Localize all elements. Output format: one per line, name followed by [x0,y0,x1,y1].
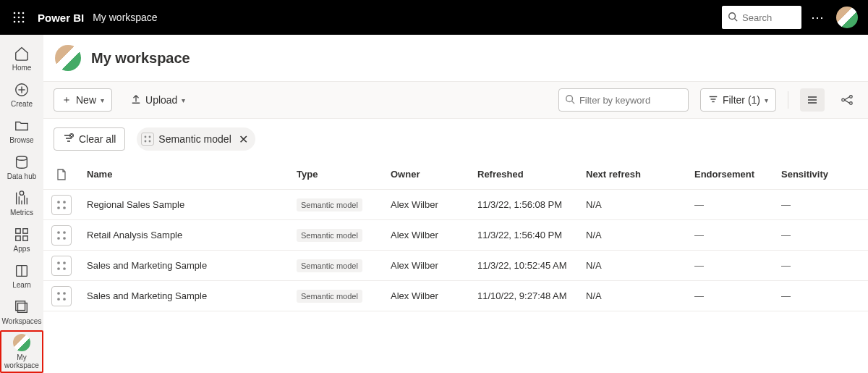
nav-create[interactable]: Create [0,77,43,113]
new-button[interactable]: ＋ New ▾ [54,88,112,112]
app-launcher-icon[interactable] [7,6,30,29]
nav-learn[interactable]: Learn [0,258,43,294]
chevron-down-icon: ▾ [765,96,768,104]
close-icon[interactable]: ✕ [239,133,248,146]
item-type: Semantic model [297,259,391,272]
item-name[interactable]: Regional Sales Sample [87,199,297,210]
column-refreshed[interactable]: Refreshed [477,169,586,180]
item-refreshed: 11/3/22, 1:56:40 PM [477,230,586,240]
row-icon-cell [43,256,87,276]
content-table: Name Type Owner Refreshed Next refresh E… [43,159,868,311]
svg-line-10 [735,18,738,21]
global-search[interactable] [722,6,801,29]
nav-browse-label: Browse [9,136,33,144]
toolbar: ＋ New ▾ Upload ▾ [43,81,868,119]
svg-point-5 [22,17,25,19]
item-next-refresh: N/A [586,230,694,240]
nav-learn-label: Learn [12,281,31,289]
svg-point-9 [729,12,736,19]
item-name[interactable]: Sales and Marketing Sample [87,290,297,301]
svg-point-6 [14,21,16,23]
svg-point-24 [566,95,573,101]
svg-point-33 [850,96,853,99]
table-row[interactable]: Retail Analysis Sample Semantic model Al… [43,220,868,251]
item-owner: Alex Wilber [391,290,477,301]
item-next-refresh: N/A [586,290,694,301]
svg-rect-19 [23,236,27,240]
nav-home[interactable]: Home [0,41,43,77]
svg-point-46 [149,141,151,143]
svg-line-36 [844,100,849,104]
svg-rect-23 [16,301,25,311]
column-type[interactable]: Type [297,169,391,180]
table-row[interactable]: Sales and Marketing Sample Semantic mode… [43,281,868,311]
column-owner[interactable]: Owner [391,169,477,180]
semantic-model-icon [51,195,72,215]
upload-label: Upload [145,94,177,106]
svg-point-3 [14,17,16,19]
svg-point-15 [20,191,24,196]
item-refreshed: 11/3/22, 10:52:45 AM [477,260,586,271]
list-view-toggle[interactable] [800,88,825,112]
svg-line-25 [572,101,575,104]
divider [788,91,788,109]
svg-point-49 [57,206,60,209]
svg-point-0 [14,12,16,14]
semantic-model-icon [51,256,72,276]
item-sensitivity: — [781,199,854,210]
svg-point-60 [63,292,66,295]
svg-point-50 [63,206,66,209]
clear-filter-icon [63,133,75,146]
item-name[interactable]: Retail Analysis Sample [87,230,297,240]
svg-point-48 [63,201,66,204]
nav-myworkspace-label: My workspace [1,353,42,369]
column-name[interactable]: Name [87,169,297,180]
search-icon [728,12,738,24]
keyword-filter-input[interactable] [579,95,701,106]
nav-data-hub[interactable]: Data hub [0,149,43,185]
nav-browse[interactable]: Browse [0,113,43,149]
item-owner: Alex Wilber [391,260,477,271]
filter-button[interactable]: Filter (1) ▾ [700,88,776,112]
svg-point-4 [18,17,20,19]
item-type: Semantic model [297,198,391,211]
svg-point-59 [57,292,60,295]
svg-point-58 [63,267,66,270]
svg-line-35 [844,97,849,101]
svg-point-1 [18,12,20,14]
nav-metrics[interactable]: Metrics [0,185,43,222]
upload-icon [131,94,141,106]
column-sensitivity[interactable]: Sensitivity [781,169,854,180]
svg-point-47 [57,201,60,204]
item-next-refresh: N/A [586,199,694,210]
nav-workspaces[interactable]: Workspaces [0,294,43,330]
global-search-input[interactable] [742,12,793,23]
nav-apps[interactable]: Apps [0,222,43,258]
nav-my-workspace[interactable]: My workspace [0,330,43,373]
plus-icon: ＋ [61,93,72,106]
upload-button[interactable]: Upload ▾ [124,88,192,112]
item-endorsement: — [694,199,781,210]
more-options-icon[interactable]: ⋯ [803,9,832,25]
svg-point-45 [145,141,147,143]
item-endorsement: — [694,260,781,271]
svg-point-54 [63,237,66,240]
user-avatar[interactable] [836,7,858,28]
svg-rect-17 [23,229,27,233]
lineage-view-button[interactable] [836,93,858,106]
column-endorsement[interactable]: Endorsement [694,169,781,180]
brand-label: Power BI [38,12,84,24]
filter-chip-semantic-model[interactable]: Semantic model ✕ [137,127,255,151]
svg-point-8 [22,21,25,23]
breadcrumb[interactable]: My workspace [93,12,157,23]
keyword-filter[interactable] [558,88,689,112]
table-row[interactable]: Regional Sales Sample Semantic model Ale… [43,190,868,220]
svg-point-32 [842,99,845,101]
new-label: New [76,94,96,106]
clear-all-button[interactable]: Clear all [54,127,125,151]
item-name[interactable]: Sales and Marketing Sample [87,260,297,271]
item-refreshed: 11/3/22, 1:56:08 PM [477,199,586,210]
column-next-refresh[interactable]: Next refresh [586,169,694,180]
table-row[interactable]: Sales and Marketing Sample Semantic mode… [43,251,868,281]
item-type: Semantic model [297,229,391,242]
